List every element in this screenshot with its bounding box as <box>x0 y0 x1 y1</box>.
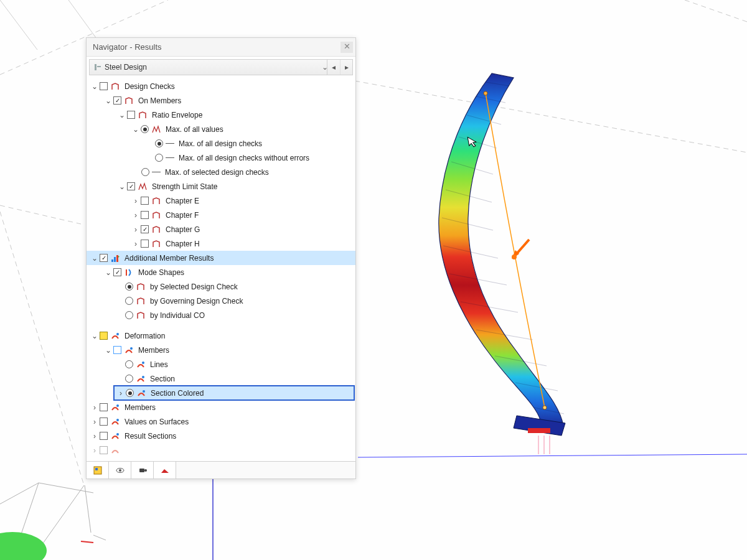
close-button[interactable]: ✕ <box>341 42 353 53</box>
tree-strength-limit[interactable]: ⌄ Strength Limit State <box>87 179 355 194</box>
radio[interactable] <box>155 154 163 162</box>
breadcrumb-label: Steel Design <box>105 63 147 72</box>
nav-back-button[interactable]: ◂ <box>327 60 340 75</box>
tree-max-all-values[interactable]: ⌄ Max. of all values <box>87 122 355 136</box>
checkbox[interactable] <box>100 418 108 426</box>
expander-icon[interactable]: ⌄ <box>118 111 126 119</box>
expander-icon[interactable]: ⌄ <box>90 254 99 263</box>
checkbox[interactable] <box>113 96 121 105</box>
tree-deform-members[interactable]: ⌄ Members <box>87 343 355 357</box>
svg-line-5 <box>31 485 84 560</box>
tree-max-all-checks[interactable]: Max. of all design checks <box>87 136 355 151</box>
tree-section[interactable]: Section <box>87 371 355 386</box>
svg-point-27 <box>512 254 517 259</box>
results-tree[interactable]: ⌄ Design Checks ⌄ On Members ⌄ Ratio Env… <box>87 75 355 461</box>
expander-icon[interactable]: ⌄ <box>118 182 126 191</box>
checkbox[interactable] <box>141 197 149 205</box>
checkbox[interactable] <box>100 82 108 90</box>
radio[interactable] <box>141 168 149 176</box>
checkbox[interactable] <box>113 346 121 354</box>
expander-icon[interactable]: ⌄ <box>90 82 99 91</box>
svg-line-0 <box>0 205 81 224</box>
tree-chapter-h[interactable]: › Chapter H <box>87 236 355 251</box>
mouse-cursor-icon <box>467 135 479 151</box>
checkbox[interactable] <box>113 268 121 276</box>
tree-result-sections[interactable]: › Result Sections <box>87 429 355 443</box>
svg-marker-26 <box>512 250 519 259</box>
svg-line-3 <box>355 81 747 152</box>
tree-more[interactable]: › <box>87 443 355 457</box>
tree-max-all-checks-noerr[interactable]: Max. of all design checks without errors <box>87 151 355 165</box>
radio[interactable] <box>126 389 134 397</box>
tree-design-checks[interactable]: ⌄ Design Checks <box>87 79 355 93</box>
svg-rect-29 <box>97 66 101 67</box>
svg-line-11 <box>0 0 37 50</box>
svg-text:+: + <box>118 254 120 258</box>
tree-ratio-envelope[interactable]: ⌄ Ratio Envelope <box>87 108 355 122</box>
expander-icon[interactable]: › <box>131 197 140 205</box>
tree-lines[interactable]: Lines <box>87 357 355 371</box>
tree-by-governing[interactable]: by Governing Design Check <box>87 294 355 308</box>
svg-point-36 <box>142 362 144 364</box>
expander-icon[interactable]: ⌄ <box>104 346 113 355</box>
tab-data[interactable] <box>87 462 109 478</box>
checkbox[interactable] <box>100 403 108 411</box>
checkbox[interactable] <box>100 446 108 454</box>
tree-chapter-e[interactable]: › Chapter E <box>87 194 355 208</box>
tree-max-selected-checks[interactable]: Max. of selected design checks <box>87 165 355 179</box>
radio[interactable] <box>125 360 133 368</box>
tree-on-members[interactable]: ⌄ On Members <box>87 93 355 108</box>
radio[interactable] <box>155 139 163 147</box>
tree-deformation[interactable]: ⌄ Deformation <box>87 329 355 343</box>
radio[interactable] <box>125 375 133 383</box>
svg-rect-28 <box>95 64 96 70</box>
tree-by-individual[interactable]: by Individual CO <box>87 308 355 322</box>
expander-icon[interactable]: ⌄ <box>90 332 99 340</box>
nav-forward-button[interactable]: ▸ <box>340 60 352 75</box>
expander-icon[interactable]: › <box>90 403 99 412</box>
frame-icon <box>151 240 161 248</box>
checkbox[interactable] <box>100 254 108 262</box>
breadcrumb-bar[interactable]: Steel Design ⌄ ◂ ▸ <box>89 59 353 75</box>
tree-additional-member-results[interactable]: ⌄ + Additional Member Results <box>87 251 355 265</box>
expander-icon[interactable]: › <box>90 446 99 455</box>
tab-results[interactable] <box>154 462 176 478</box>
checkbox[interactable] <box>127 111 135 119</box>
tree-values-surfaces[interactable]: › Values on Surfaces <box>87 414 355 429</box>
panel-titlebar[interactable]: Navigator - Results ✕ <box>87 38 355 57</box>
expander-icon[interactable]: › <box>90 418 99 426</box>
expander-icon[interactable]: ⌄ <box>104 268 113 277</box>
tree-chapter-f[interactable]: › Chapter F <box>87 208 355 222</box>
tab-views[interactable] <box>131 462 154 478</box>
tree-chapter-g[interactable]: › Chapter G <box>87 222 355 236</box>
radio[interactable] <box>125 297 133 305</box>
deformation-icon <box>136 375 146 383</box>
svg-point-18 <box>543 406 547 409</box>
svg-point-17 <box>484 91 487 95</box>
tree-by-selected[interactable]: by Selected Design Check <box>87 279 355 294</box>
checkbox[interactable] <box>141 225 149 233</box>
expander-icon[interactable]: › <box>131 240 140 248</box>
expander-icon[interactable]: ⌄ <box>104 96 113 105</box>
tab-display[interactable] <box>109 462 131 478</box>
tree-mode-shapes[interactable]: ⌄ Mode Shapes <box>87 265 355 279</box>
tree-section-colored[interactable]: › Section Colored <box>114 386 354 400</box>
checkbox[interactable] <box>141 211 149 219</box>
checkbox[interactable] <box>100 432 108 440</box>
radio[interactable] <box>125 282 133 291</box>
checkbox[interactable] <box>127 182 135 190</box>
svg-line-13 <box>358 454 747 457</box>
checkbox[interactable] <box>141 240 149 248</box>
radio[interactable] <box>125 311 133 319</box>
checkbox[interactable] <box>100 332 108 340</box>
chevron-down-icon[interactable]: ⌄ <box>318 63 327 72</box>
expander-icon[interactable]: › <box>90 432 99 441</box>
tree-members-2[interactable]: › Members <box>87 400 355 414</box>
svg-line-25 <box>515 240 529 255</box>
expander-icon[interactable]: › <box>131 225 140 234</box>
radio[interactable] <box>141 125 149 133</box>
expander-icon[interactable]: ⌄ <box>131 125 140 134</box>
svg-rect-30 <box>111 259 113 262</box>
expander-icon[interactable]: › <box>131 211 140 220</box>
expander-icon[interactable]: › <box>116 389 125 398</box>
